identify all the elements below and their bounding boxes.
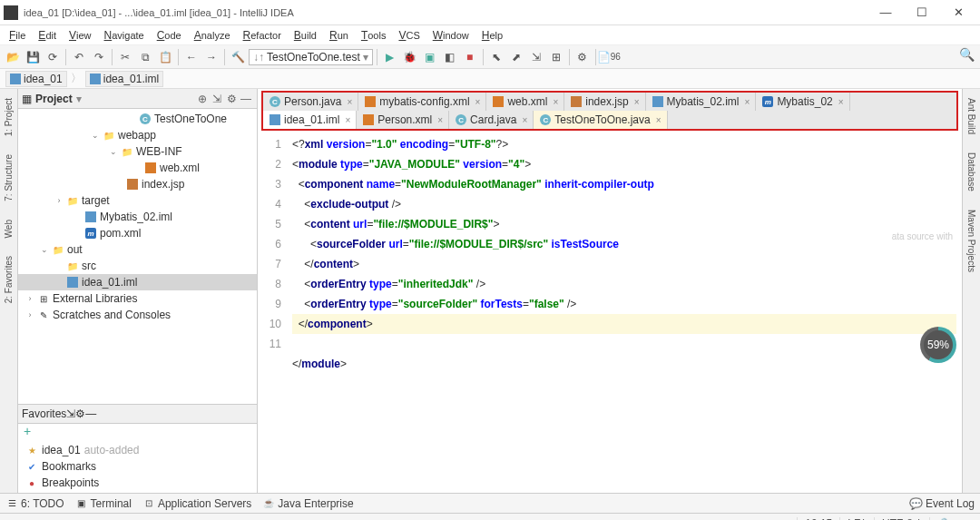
expand-icon[interactable]: ⇲ bbox=[210, 93, 224, 105]
close-tab-icon[interactable]: × bbox=[345, 115, 350, 125]
coverage-icon[interactable]: ▣ bbox=[421, 48, 439, 66]
lock-icon[interactable]: 🔒 bbox=[929, 517, 958, 521]
close-tab-icon[interactable]: × bbox=[522, 115, 527, 125]
close-tab-icon[interactable]: × bbox=[437, 115, 443, 125]
save-icon[interactable]: 💾 bbox=[24, 48, 42, 66]
tree-arrow-icon[interactable]: ⌄ bbox=[40, 245, 49, 254]
fav-gear-icon[interactable]: ⚙ bbox=[75, 407, 85, 420]
tool1-icon[interactable]: ⬉ bbox=[487, 48, 505, 66]
right-tab[interactable]: Database bbox=[965, 147, 978, 197]
tree-row[interactable]: idea_01.iml bbox=[18, 274, 257, 290]
close-tab-icon[interactable]: × bbox=[634, 97, 640, 107]
tree-arrow-icon[interactable]: › bbox=[25, 294, 34, 303]
minimize-button[interactable]: — bbox=[867, 1, 904, 25]
tree-row[interactable]: Mybatis_02.iml bbox=[18, 209, 257, 225]
tree-row[interactable]: ⌄📁WEB-INF bbox=[18, 143, 257, 160]
add-favorite-button[interactable]: + bbox=[18, 424, 257, 440]
settings-icon[interactable]: ⚙ bbox=[573, 48, 592, 66]
search-icon[interactable]: 🔍 bbox=[959, 47, 975, 62]
tree-row[interactable]: index.jsp bbox=[18, 176, 257, 192]
paste-icon[interactable]: 📋 bbox=[156, 48, 174, 66]
progress-gauge[interactable]: 59% bbox=[920, 327, 956, 363]
forward-icon[interactable]: → bbox=[202, 48, 220, 66]
hide-icon[interactable]: — bbox=[239, 93, 253, 105]
menu-tools[interactable]: Tools bbox=[356, 27, 392, 44]
menu-help[interactable]: Help bbox=[476, 27, 508, 44]
tree-row[interactable]: CTestOneToOne bbox=[18, 111, 257, 127]
menu-build[interactable]: Build bbox=[289, 27, 322, 44]
profile-icon[interactable]: ◧ bbox=[441, 48, 459, 66]
tree-row[interactable]: mpom.xml bbox=[18, 225, 257, 241]
tool3-icon[interactable]: ⇲ bbox=[527, 48, 545, 66]
editor-tab[interactable]: Mybatis_02.iml× bbox=[646, 93, 757, 111]
fav-expand-icon[interactable]: ⇲ bbox=[66, 407, 75, 420]
editor-tab[interactable]: Person.xml× bbox=[357, 111, 449, 129]
run-config-dropdown[interactable]: ↓↑TestOneToOne.test▾ bbox=[249, 49, 373, 65]
tool4-icon[interactable]: ⊞ bbox=[547, 48, 565, 66]
right-tab[interactable]: Ant Build bbox=[965, 93, 978, 140]
counter-icon[interactable]: 📄 96 bbox=[600, 48, 618, 66]
close-tab-icon[interactable]: × bbox=[745, 97, 750, 107]
menu-refactor[interactable]: Refactor bbox=[238, 27, 287, 44]
breadcrumb-item[interactable]: idea_01.iml bbox=[85, 71, 163, 87]
menu-code[interactable]: Code bbox=[152, 27, 187, 44]
tree-row[interactable]: ›📁target bbox=[18, 192, 257, 209]
close-tab-icon[interactable]: × bbox=[656, 115, 662, 125]
close-tab-icon[interactable]: × bbox=[475, 97, 481, 107]
bottom-tab[interactable]: ☕Java Enterprise bbox=[262, 497, 353, 510]
maximize-button[interactable]: ☐ bbox=[904, 1, 940, 25]
redo-icon[interactable]: ↷ bbox=[90, 48, 108, 66]
editor-tab[interactable]: mybatis-config.xml× bbox=[358, 93, 486, 111]
tree-row[interactable]: ›⊞External Libraries bbox=[18, 290, 257, 307]
back-icon[interactable]: ← bbox=[182, 48, 201, 66]
left-tab[interactable]: 1: Project bbox=[2, 93, 15, 142]
gear-icon[interactable]: ⚙ bbox=[224, 93, 239, 105]
left-tab[interactable]: 7: Structure bbox=[2, 149, 15, 207]
tree-row[interactable]: ⌄📁webapp bbox=[18, 127, 257, 143]
close-tab-icon[interactable]: × bbox=[347, 97, 352, 107]
open-icon[interactable]: 📂 bbox=[4, 48, 22, 66]
left-tab[interactable]: 2: Favorites bbox=[2, 250, 15, 309]
tool2-icon[interactable]: ⬈ bbox=[507, 48, 525, 66]
refresh-icon[interactable]: ⟳ bbox=[44, 48, 62, 66]
bottom-tab[interactable]: ☰6: TODO bbox=[5, 497, 64, 510]
editor-tab[interactable]: index.jsp× bbox=[564, 93, 645, 111]
hammer-icon[interactable]: 🔨 bbox=[229, 48, 247, 66]
stop-icon[interactable]: ■ bbox=[461, 48, 479, 66]
tree-row[interactable]: ›✎Scratches and Consoles bbox=[18, 307, 257, 323]
editor-tab[interactable]: web.xml× bbox=[486, 93, 564, 111]
breadcrumb-item[interactable]: idea_01 bbox=[5, 71, 67, 87]
menu-edit[interactable]: Edit bbox=[33, 27, 62, 44]
tree-arrow-icon[interactable]: ⌄ bbox=[91, 131, 100, 140]
editor-tab[interactable]: CPerson.java× bbox=[263, 93, 358, 111]
bottom-tab[interactable]: ▣Terminal bbox=[75, 497, 132, 510]
undo-icon[interactable]: ↶ bbox=[70, 48, 88, 66]
menu-window[interactable]: Window bbox=[427, 27, 475, 44]
event-log-button[interactable]: 💬 Event Log bbox=[909, 497, 975, 510]
status-square-icon[interactable]: ▢ bbox=[7, 517, 17, 521]
tree-arrow-icon[interactable]: › bbox=[54, 196, 64, 205]
tree-row[interactable]: 📁src bbox=[18, 258, 257, 274]
run-icon[interactable]: ▶ bbox=[381, 48, 399, 66]
cut-icon[interactable]: ✂ bbox=[116, 48, 134, 66]
left-tab[interactable]: Web bbox=[2, 214, 15, 243]
line-separator[interactable]: LF‡ bbox=[839, 517, 874, 521]
favorite-row[interactable]: ●Breakpoints bbox=[18, 475, 257, 491]
editor-tab[interactable]: idea_01.iml× bbox=[263, 111, 357, 129]
editor-tab[interactable]: CCard.java× bbox=[449, 111, 534, 129]
fav-hide-icon[interactable]: — bbox=[85, 407, 96, 420]
editor-tab[interactable]: mMybatis_02× bbox=[756, 93, 849, 111]
menu-view[interactable]: View bbox=[64, 27, 97, 44]
copy-icon[interactable]: ⧉ bbox=[136, 48, 154, 66]
editor-tab[interactable]: CTestOneToOne.java× bbox=[534, 111, 667, 129]
bottom-tab[interactable]: ⊡Application Servers bbox=[142, 497, 251, 510]
menu-analyze[interactable]: Analyze bbox=[189, 27, 236, 44]
debug-icon[interactable]: 🐞 bbox=[401, 48, 419, 66]
collapse-icon[interactable]: ⊕ bbox=[195, 93, 210, 105]
tree-arrow-icon[interactable]: ⌄ bbox=[109, 147, 118, 156]
file-encoding[interactable]: UTF-8 ‡ bbox=[874, 517, 929, 521]
project-tree[interactable]: CTestOneToOne⌄📁webapp⌄📁WEB-INFweb.xmlind… bbox=[18, 109, 257, 404]
tree-arrow-icon[interactable]: › bbox=[25, 310, 34, 319]
favorite-row[interactable]: ✔Bookmarks bbox=[18, 458, 257, 475]
menu-run[interactable]: Run bbox=[324, 27, 354, 44]
